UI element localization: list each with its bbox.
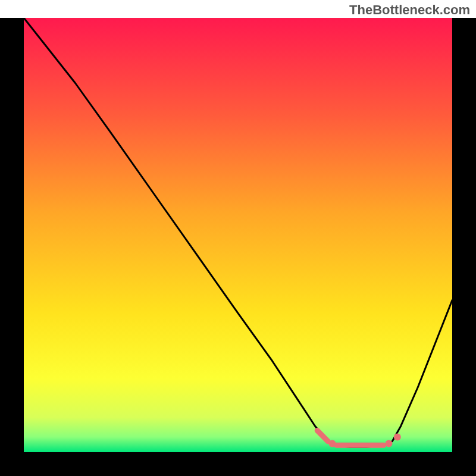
plot-area bbox=[0, 18, 476, 476]
watermark-text: TheBottleneck.com bbox=[349, 2, 470, 18]
svg-point-4 bbox=[328, 440, 336, 447]
chart-svg bbox=[0, 18, 476, 476]
svg-rect-1 bbox=[24, 18, 452, 452]
svg-point-6 bbox=[394, 433, 401, 440]
svg-point-5 bbox=[385, 440, 392, 447]
chart-container: TheBottleneck.com bbox=[0, 0, 476, 476]
